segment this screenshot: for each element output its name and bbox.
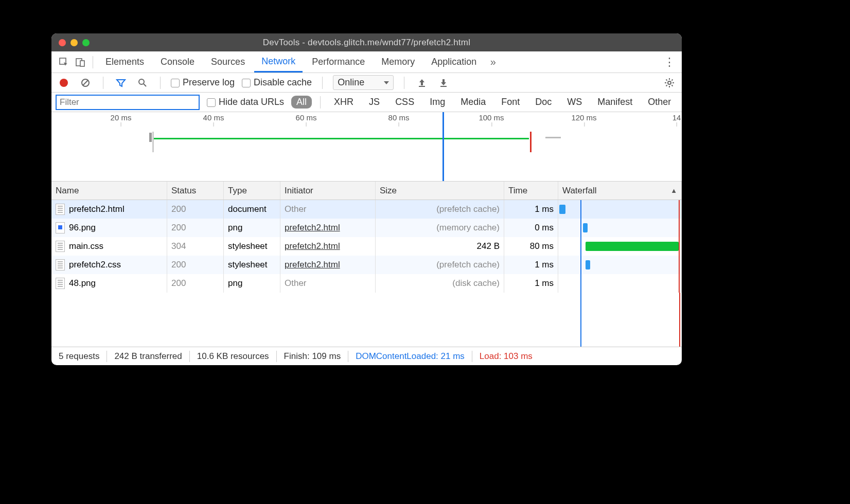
tab-performance[interactable]: Performance	[305, 52, 372, 71]
filter-type-all[interactable]: All	[291, 96, 312, 109]
titlebar: DevTools - devtools.glitch.me/wndt77/pre…	[51, 33, 682, 51]
cell-initiator[interactable]: prefetch2.html	[280, 237, 376, 256]
cell-type: document	[224, 200, 280, 219]
filter-bar: Hide data URLs AllXHRJSCSSImgMediaFontDo…	[51, 93, 682, 112]
preserve-log-label: Preserve log	[183, 77, 235, 87]
sort-arrow-icon: ▲	[670, 187, 677, 194]
panel-tabs: Elements Console Sources Network Perform…	[51, 51, 682, 73]
filter-type-js[interactable]: JS	[364, 96, 385, 109]
overview-start-marker	[152, 132, 154, 152]
preserve-log-checkbox[interactable]: Preserve log	[171, 77, 235, 88]
request-rows: prefetch2.html200documentOther(prefetch …	[51, 200, 682, 347]
tab-memory[interactable]: Memory	[374, 52, 422, 71]
tab-application[interactable]: Application	[424, 52, 484, 71]
cell-type: stylesheet	[224, 237, 280, 256]
tab-console[interactable]: Console	[153, 52, 202, 71]
cell-size: (prefetch cache)	[376, 200, 504, 219]
search-icon[interactable]	[135, 76, 150, 90]
divider	[322, 77, 323, 89]
cell-size: (disk cache)	[376, 274, 504, 293]
overview-tick: 100 ms	[479, 113, 504, 122]
cell-initiator[interactable]: prefetch2.html	[280, 256, 376, 274]
filter-type-manifest[interactable]: Manifest	[592, 96, 638, 109]
tab-network[interactable]: Network	[254, 52, 303, 73]
device-toolbar-icon[interactable]	[73, 55, 87, 69]
filter-type-xhr[interactable]: XHR	[329, 96, 359, 109]
clear-button[interactable]	[78, 76, 93, 90]
cell-time: 80 ms	[504, 237, 558, 256]
request-row[interactable]: prefetch2.css200stylesheetprefetch2.html…	[51, 256, 682, 274]
kebab-menu-icon[interactable]: ⋮	[662, 55, 677, 69]
devtools-window: DevTools - devtools.glitch.me/wndt77/pre…	[51, 33, 682, 365]
throttling-select[interactable]: Online	[333, 75, 394, 90]
settings-gear-icon[interactable]	[662, 76, 677, 90]
hide-data-urls-checkbox[interactable]: Hide data URLs	[207, 97, 284, 107]
waterfall-load-line	[679, 219, 680, 237]
record-button[interactable]	[57, 76, 71, 90]
filter-type-ws[interactable]: WS	[562, 96, 587, 109]
filter-type-css[interactable]: CSS	[390, 96, 419, 109]
disable-cache-label: Disable cache	[254, 77, 312, 87]
waterfall-bar	[559, 205, 565, 214]
request-row[interactable]: main.css304stylesheetprefetch2.html242 B…	[51, 237, 682, 256]
network-toolbar: Preserve log Disable cache Online	[51, 73, 682, 93]
window-title: DevTools - devtools.glitch.me/wndt77/pre…	[51, 38, 682, 48]
overview-load-line	[530, 132, 532, 152]
col-waterfall[interactable]: Waterfall▲	[558, 182, 682, 200]
overview-tail-bar	[545, 137, 561, 138]
cell-name: prefetch2.css	[51, 256, 167, 274]
more-tabs-icon[interactable]: »	[486, 55, 500, 69]
overview-tick: 120 ms	[571, 113, 596, 122]
cell-waterfall	[558, 237, 682, 256]
overview-timeline[interactable]: 20 ms40 ms60 ms80 ms100 ms120 ms14	[51, 112, 682, 182]
waterfall-load-line	[679, 274, 680, 293]
waterfall-dcl-line	[580, 256, 581, 274]
overview-handle[interactable]	[149, 133, 152, 142]
filter-type-other[interactable]: Other	[643, 96, 676, 109]
cell-size: (memory cache)	[376, 219, 504, 237]
waterfall-dcl-line	[580, 200, 581, 219]
cell-type: png	[224, 219, 280, 237]
filter-type-img[interactable]: Img	[424, 96, 450, 109]
col-initiator[interactable]: Initiator	[280, 182, 376, 200]
filter-type-media[interactable]: Media	[455, 96, 491, 109]
cell-initiator[interactable]: prefetch2.html	[280, 219, 376, 237]
filter-type-font[interactable]: Font	[496, 96, 525, 109]
file-icon	[56, 241, 65, 252]
cell-time: 1 ms	[504, 256, 558, 274]
cell-initiator: Other	[280, 200, 376, 219]
col-status[interactable]: Status	[167, 182, 224, 200]
col-size[interactable]: Size	[376, 182, 504, 200]
cell-type: stylesheet	[224, 256, 280, 274]
waterfall-load-line	[679, 256, 680, 274]
upload-har-icon[interactable]	[415, 76, 429, 90]
cell-size: (prefetch cache)	[376, 256, 504, 274]
file-icon	[56, 222, 65, 233]
cell-waterfall	[558, 219, 682, 237]
cell-status: 200	[167, 256, 224, 274]
footer-load: Load: 103 ms	[480, 351, 533, 362]
footer-dcl: DOMContentLoaded: 21 ms	[356, 351, 465, 362]
download-har-icon[interactable]	[436, 76, 451, 90]
table-header: Name Status Type Initiator Size Time Wat…	[51, 182, 682, 200]
cell-initiator: Other	[280, 274, 376, 293]
request-row[interactable]: 96.png200pngprefetch2.html(memory cache)…	[51, 219, 682, 237]
svg-point-5	[139, 79, 144, 84]
tab-elements[interactable]: Elements	[98, 52, 151, 71]
divider	[160, 77, 161, 89]
tab-sources[interactable]: Sources	[204, 52, 252, 71]
request-row[interactable]: prefetch2.html200documentOther(prefetch …	[51, 200, 682, 219]
filter-input[interactable]	[56, 95, 200, 110]
col-time[interactable]: Time	[504, 182, 558, 200]
request-row[interactable]: 48.png200pngOther(disk cache)1 ms	[51, 274, 682, 293]
col-type[interactable]: Type	[224, 182, 280, 200]
svg-rect-7	[419, 86, 425, 87]
inspect-element-icon[interactable]	[57, 55, 71, 69]
cell-waterfall	[558, 256, 682, 274]
divider	[93, 56, 93, 68]
disable-cache-checkbox[interactable]: Disable cache	[242, 77, 312, 88]
filter-type-doc[interactable]: Doc	[530, 96, 557, 109]
throttling-value: Online	[338, 77, 364, 88]
col-name[interactable]: Name	[51, 182, 167, 200]
filter-toggle-icon[interactable]	[114, 76, 128, 90]
